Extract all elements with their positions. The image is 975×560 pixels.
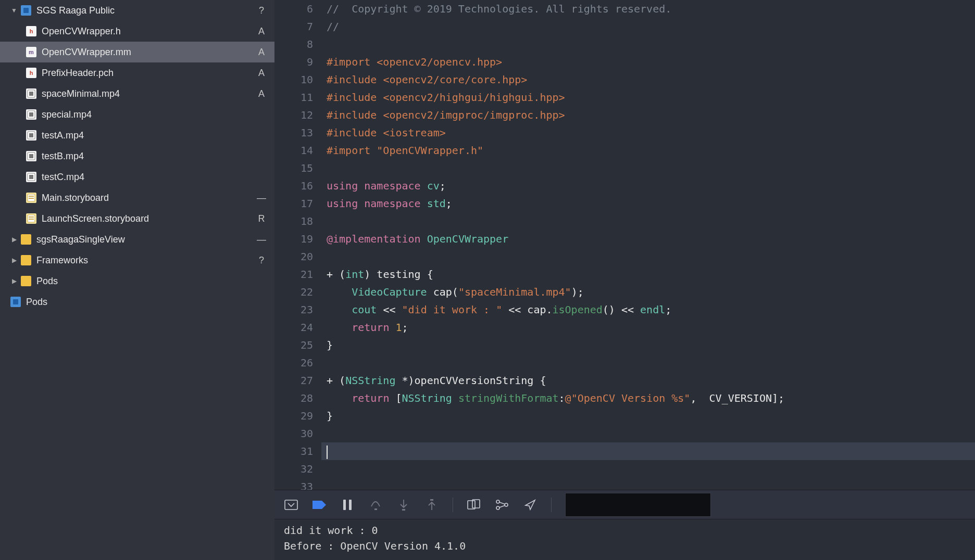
code-line[interactable]: 27+ (NSString *)openCVVersionString { [274, 372, 975, 389]
code-line[interactable]: 11#include <opencv2/highgui/highgui.hpp> [274, 88, 975, 106]
file-row[interactable]: testA.mp4 [0, 125, 274, 146]
code-line[interactable]: 8 [274, 35, 975, 53]
code-line[interactable]: 28 return [NSString stringWithFormat:@"O… [274, 389, 975, 407]
code-line[interactable]: 30 [274, 425, 975, 442]
disclosure-triangle-icon[interactable]: ▶ [10, 236, 18, 243]
code-content[interactable]: + (NSString *)openCVVersionString { [321, 372, 975, 389]
file-row[interactable]: Pods [0, 291, 274, 312]
step-into-button[interactable] [396, 498, 411, 512]
code-line[interactable]: 21+ (int) testing { [274, 265, 975, 283]
step-out-button[interactable] [424, 498, 439, 512]
line-number[interactable]: 32 [274, 460, 321, 478]
hide-debug-area-button[interactable] [284, 498, 298, 512]
file-row[interactable]: ▶Frameworks? [0, 250, 274, 271]
line-number[interactable]: 20 [274, 248, 321, 265]
code-line[interactable]: 14#import "OpenCVWrapper.h" [274, 142, 975, 159]
code-line[interactable]: 9#import <opencv2/opencv.hpp> [274, 53, 975, 71]
code-content[interactable]: using namespace std; [321, 195, 975, 212]
console-output[interactable]: did it work : 0 Before : OpenCV Version … [274, 519, 975, 560]
disclosure-triangle-icon[interactable]: ▼ [10, 7, 18, 14]
code-line[interactable]: 16using namespace cv; [274, 177, 975, 195]
line-number[interactable]: 7 [274, 18, 321, 35]
breakpoint-toggle-button[interactable] [312, 498, 327, 512]
code-line[interactable]: 31 [274, 442, 975, 460]
code-content[interactable]: // [321, 18, 975, 35]
line-number[interactable]: 30 [274, 425, 321, 442]
line-number[interactable]: 8 [274, 35, 321, 53]
code-line[interactable]: 15 [274, 159, 975, 177]
code-content[interactable]: cout << "did it work : " << cap.isOpened… [321, 301, 975, 319]
code-content[interactable]: } [321, 336, 975, 354]
code-line[interactable]: 24 return 1; [274, 319, 975, 336]
file-row[interactable]: hOpenCVWrapper.hA [0, 21, 274, 42]
code-line[interactable]: 33 [274, 478, 975, 490]
line-number[interactable]: 19 [274, 230, 321, 248]
code-content[interactable]: #include <iostream> [321, 124, 975, 142]
line-number[interactable]: 31 [274, 442, 321, 460]
line-number[interactable]: 11 [274, 88, 321, 106]
code-content[interactable]: } [321, 407, 975, 425]
code-content[interactable] [321, 35, 975, 53]
line-number[interactable]: 24 [274, 319, 321, 336]
simulate-location-button[interactable] [523, 498, 538, 512]
code-content[interactable] [321, 442, 975, 460]
file-row[interactable]: Main.storyboard— [0, 187, 274, 208]
code-line[interactable]: 6// Copyright © 2019 Technologies. All r… [274, 0, 975, 18]
file-row[interactable]: spaceMinimal.mp4A [0, 83, 274, 104]
line-number[interactable]: 26 [274, 354, 321, 372]
line-number[interactable]: 15 [274, 159, 321, 177]
step-over-button[interactable] [368, 498, 383, 512]
debug-view-hierarchy-button[interactable] [467, 498, 481, 512]
code-content[interactable]: // Copyright © 2019 Technologies. All ri… [321, 0, 975, 18]
disclosure-triangle-icon[interactable]: ▶ [10, 277, 18, 285]
file-row[interactable]: ▶Pods [0, 271, 274, 291]
line-number[interactable]: 28 [274, 389, 321, 407]
line-number[interactable]: 25 [274, 336, 321, 354]
line-number[interactable]: 29 [274, 407, 321, 425]
line-number[interactable]: 21 [274, 265, 321, 283]
code-content[interactable]: VideoCapture cap("spaceMinimal.mp4"); [321, 283, 975, 301]
code-line[interactable]: 13#include <iostream> [274, 124, 975, 142]
line-number[interactable]: 16 [274, 177, 321, 195]
code-content[interactable]: #include <opencv2/core/core.hpp> [321, 71, 975, 88]
code-line[interactable]: 17using namespace std; [274, 195, 975, 212]
file-row[interactable]: hPrefixHeader.pchA [0, 62, 274, 83]
code-line[interactable]: 32 [274, 460, 975, 478]
code-line[interactable]: 22 VideoCapture cap("spaceMinimal.mp4"); [274, 283, 975, 301]
code-line[interactable]: 18 [274, 212, 975, 230]
line-number[interactable]: 14 [274, 142, 321, 159]
code-content[interactable]: return 1; [321, 319, 975, 336]
project-root-row[interactable]: ▼ SGS Raaga Public ? [0, 0, 274, 21]
line-number[interactable]: 13 [274, 124, 321, 142]
code-line[interactable]: 20 [274, 248, 975, 265]
code-editor[interactable]: 6// Copyright © 2019 Technologies. All r… [274, 0, 975, 490]
code-line[interactable]: 26 [274, 354, 975, 372]
file-row[interactable]: LaunchScreen.storyboardR [0, 208, 274, 229]
file-row[interactable]: testB.mp4 [0, 146, 274, 167]
line-number[interactable]: 10 [274, 71, 321, 88]
code-content[interactable] [321, 212, 975, 230]
code-content[interactable]: return [NSString stringWithFormat:@"Open… [321, 389, 975, 407]
code-content[interactable] [321, 425, 975, 442]
line-number[interactable]: 23 [274, 301, 321, 319]
line-number[interactable]: 12 [274, 106, 321, 124]
code-content[interactable]: #import <opencv2/opencv.hpp> [321, 53, 975, 71]
file-row[interactable]: special.mp4 [0, 104, 274, 125]
code-content[interactable] [321, 159, 975, 177]
code-content[interactable] [321, 354, 975, 372]
line-number[interactable]: 17 [274, 195, 321, 212]
debug-memory-graph-button[interactable] [495, 498, 509, 512]
line-number[interactable]: 9 [274, 53, 321, 71]
code-content[interactable] [321, 248, 975, 265]
file-row[interactable]: mOpenCVWrapper.mmA [0, 42, 274, 62]
pause-continue-button[interactable] [340, 498, 355, 512]
code-line[interactable]: 25} [274, 336, 975, 354]
code-line[interactable]: 12#include <opencv2/imgproc/imgproc.hpp> [274, 106, 975, 124]
line-number[interactable]: 6 [274, 0, 321, 18]
line-number[interactable]: 22 [274, 283, 321, 301]
code-content[interactable]: #include <opencv2/highgui/highgui.hpp> [321, 88, 975, 106]
code-content[interactable]: + (int) testing { [321, 265, 975, 283]
line-number[interactable]: 27 [274, 372, 321, 389]
code-content[interactable]: #include <opencv2/imgproc/imgproc.hpp> [321, 106, 975, 124]
code-content[interactable] [321, 460, 975, 478]
